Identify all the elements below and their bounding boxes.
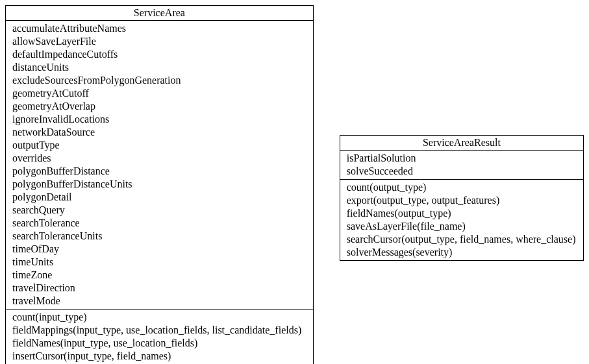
method-item: count(output_type) bbox=[347, 181, 577, 194]
class-title: ServiceArea bbox=[6, 6, 313, 21]
attributes-compartment: accumulateAttributeNamesallowSaveLayerFi… bbox=[6, 21, 313, 309]
attribute-item: travelMode bbox=[12, 295, 307, 308]
attribute-item: geometryAtOverlap bbox=[12, 100, 307, 113]
attribute-item: timeZone bbox=[12, 269, 307, 282]
attribute-item: polygonBufferDistanceUnits bbox=[12, 178, 307, 191]
attribute-item: searchQuery bbox=[12, 204, 307, 217]
attribute-item: outputType bbox=[12, 139, 307, 152]
attribute-item: distanceUnits bbox=[12, 61, 307, 74]
method-item: count(input_type) bbox=[12, 311, 307, 324]
attribute-item: ignoreInvalidLocations bbox=[12, 113, 307, 126]
method-item: solverMessages(severity) bbox=[347, 246, 577, 259]
attributes-compartment: isPartialSolutionsolveSucceeded bbox=[340, 151, 583, 179]
attribute-item: travelDirection bbox=[12, 282, 307, 295]
attribute-item: timeOfDay bbox=[12, 243, 307, 256]
attribute-item: solveSucceeded bbox=[347, 165, 577, 178]
attribute-item: searchToleranceUnits bbox=[12, 230, 307, 243]
attribute-item: geometryAtCutoff bbox=[12, 87, 307, 100]
attribute-item: networkDataSource bbox=[12, 126, 307, 139]
class-servicearea: ServiceArea accumulateAttributeNamesallo… bbox=[5, 5, 314, 364]
method-item: fieldMappings(input_type, use_location_f… bbox=[12, 324, 307, 337]
class-title: ServiceAreaResult bbox=[340, 136, 583, 151]
attribute-item: searchTolerance bbox=[12, 217, 307, 230]
method-item: searchCursor(output_type, field_names, w… bbox=[347, 233, 577, 246]
class-servicearearesult: ServiceAreaResult isPartialSolutionsolve… bbox=[340, 135, 584, 261]
methods-compartment: count(output_type)export(output_type, ou… bbox=[340, 179, 583, 260]
attribute-item: polygonBufferDistance bbox=[12, 165, 307, 178]
method-item: fieldNames(input_type, use_location_fiel… bbox=[12, 337, 307, 350]
attribute-item: accumulateAttributeNames bbox=[12, 22, 307, 35]
diagram-layout: ServiceArea accumulateAttributeNamesallo… bbox=[5, 5, 584, 364]
attribute-item: allowSaveLayerFile bbox=[12, 35, 307, 48]
attribute-item: defaultImpedanceCutoffs bbox=[12, 48, 307, 61]
attribute-item: polygonDetail bbox=[12, 191, 307, 204]
method-item: insertCursor(input_type, field_names) bbox=[12, 350, 307, 363]
method-item: saveAsLayerFile(file_name) bbox=[347, 220, 577, 233]
attribute-item: timeUnits bbox=[12, 256, 307, 269]
methods-compartment: count(input_type)fieldMappings(input_typ… bbox=[6, 309, 313, 364]
attribute-item: overrides bbox=[12, 152, 307, 165]
method-item: fieldNames(output_type) bbox=[347, 207, 577, 220]
attribute-item: isPartialSolution bbox=[347, 152, 577, 165]
attribute-item: excludeSourcesFromPolygonGeneration bbox=[12, 74, 307, 87]
method-item: export(output_type, output_features) bbox=[347, 194, 577, 207]
